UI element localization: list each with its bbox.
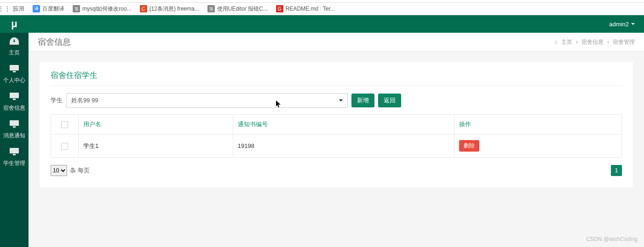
sidebar-item-label: 消息通知 (3, 132, 25, 140)
top-header: admin2 (29, 15, 644, 33)
page-title: 宿舍信息 (38, 36, 71, 47)
breadcrumb-mid[interactable]: 宿舍信息 (581, 38, 604, 46)
svg-rect-5 (13, 126, 16, 128)
chevron-right-icon: › (576, 39, 578, 45)
apps-label: 应用 (13, 5, 24, 13)
svg-rect-1 (13, 71, 16, 72)
table-row: 学生1 19198 删除 (51, 135, 622, 158)
svg-rect-3 (13, 99, 16, 100)
watermark: CSDN @wishCoding (586, 236, 638, 242)
student-select[interactable]: 姓名99 99 (66, 93, 348, 108)
svg-rect-2 (10, 93, 19, 98)
svg-rect-4 (10, 120, 19, 126)
sidebar-item-dorm[interactable]: 宿舍信息 (0, 88, 29, 116)
bookmark-item[interactable]: ℜ mysql如何修改roo... (73, 5, 132, 13)
logo[interactable]: μ (0, 15, 29, 33)
monitor-icon (10, 93, 19, 102)
sidebar-item-student[interactable]: 学生管理 (0, 143, 29, 171)
page-size-select[interactable]: 10 (51, 165, 67, 176)
bookmarks-bar: ⋮⋮⋮ 应用 译 百度翻译 ℜ mysql如何修改roo... C (12条消息… (0, 3, 644, 15)
bookmark-item[interactable]: G README.md · Ter... (276, 5, 335, 12)
svg-rect-6 (10, 148, 19, 153)
apps-button[interactable]: ⋮⋮⋮ 应用 (4, 5, 24, 13)
breadcrumb: ⌂ 主页 › 宿舍信息 › 宿舍管理 (554, 38, 635, 46)
panel-heading: 宿舍住宿学生 (51, 70, 622, 86)
filter-label: 学生 (51, 96, 63, 105)
bookmark-item[interactable]: 译 百度翻译 (33, 5, 64, 13)
apps-icon: ⋮⋮⋮ (4, 5, 11, 12)
header-notice-no: 通知书编号 (233, 115, 454, 135)
panel: 宿舍住宿学生 学生 姓名99 99 新增 返回 用户名 通知书编号 操作 (40, 62, 633, 187)
breadcrumb-home[interactable]: 主页 (561, 38, 572, 46)
header-action: 操作 (454, 115, 622, 135)
svg-rect-7 (13, 154, 16, 155)
bookmark-label: 使用UEditor 报错C... (217, 5, 268, 13)
bookmark-item[interactable]: C (12条消息) freema... (140, 5, 199, 13)
browser-toolbar (0, 0, 644, 3)
sidebar-item-home[interactable]: 主页 (0, 33, 29, 60)
svg-rect-0 (10, 65, 19, 71)
home-icon: ⌂ (554, 39, 558, 45)
bookmark-label: README.md · Ter... (286, 6, 335, 12)
monitor-icon (10, 120, 19, 130)
chevron-down-icon (631, 23, 635, 25)
header-username: 用户名 (79, 115, 233, 135)
user-name: admin2 (609, 21, 629, 28)
select-all-checkbox[interactable] (61, 121, 68, 128)
header-checkbox-col (51, 115, 79, 135)
row-checkbox[interactable] (61, 143, 68, 150)
logo-icon: μ (11, 18, 17, 30)
bookmark-favicon: C (140, 5, 147, 12)
monitor-icon (10, 148, 19, 158)
page-number-current[interactable]: 1 (611, 165, 622, 176)
bookmark-item[interactable]: ℜ 使用UEditor 报错C... (207, 5, 268, 13)
bookmark-favicon: G (276, 5, 283, 12)
student-select-value: 姓名99 99 (71, 96, 98, 105)
sidebar-item-label: 宿舍信息 (3, 104, 25, 112)
add-button[interactable]: 新增 (351, 94, 374, 107)
chevron-down-icon (339, 100, 343, 102)
sidebar-item-label: 个人中心 (3, 76, 25, 84)
bookmark-label: (12条消息) freema... (150, 5, 199, 13)
user-menu[interactable]: admin2 (609, 21, 635, 28)
breadcrumb-last: 宿舍管理 (613, 38, 635, 46)
sidebar-item-profile[interactable]: 个人中心 (0, 60, 29, 88)
bookmark-favicon: ℜ (207, 5, 215, 12)
cell-username: 学生1 (79, 135, 233, 158)
page-size-label: 条 每页 (70, 166, 90, 175)
sidebar: μ 主页 个人中心 宿舍信息 消息通知 学生管理 (0, 15, 29, 247)
cell-notice-no: 19198 (233, 135, 454, 158)
bookmark-label: 百度翻译 (42, 5, 64, 13)
delete-button[interactable]: 删除 (459, 140, 479, 152)
bookmark-favicon: ℜ (73, 5, 80, 12)
dashboard-icon (10, 37, 19, 47)
sidebar-item-label: 主页 (9, 49, 20, 57)
pagination: 10 条 每页 1 (51, 165, 622, 176)
back-button[interactable]: 返回 (378, 94, 401, 107)
filter-row: 学生 姓名99 99 新增 返回 (51, 93, 622, 108)
bookmark-favicon: 译 (33, 5, 40, 12)
students-table: 用户名 通知书编号 操作 学生1 19198 删除 (51, 114, 622, 158)
bookmark-label: mysql如何修改roo... (82, 5, 132, 13)
monitor-icon (10, 65, 19, 75)
page-header: 宿舍信息 ⌂ 主页 › 宿舍信息 › 宿舍管理 (29, 33, 644, 52)
sidebar-item-label: 学生管理 (3, 159, 25, 167)
chevron-right-icon: › (607, 39, 609, 45)
sidebar-item-message[interactable]: 消息通知 (0, 116, 29, 143)
